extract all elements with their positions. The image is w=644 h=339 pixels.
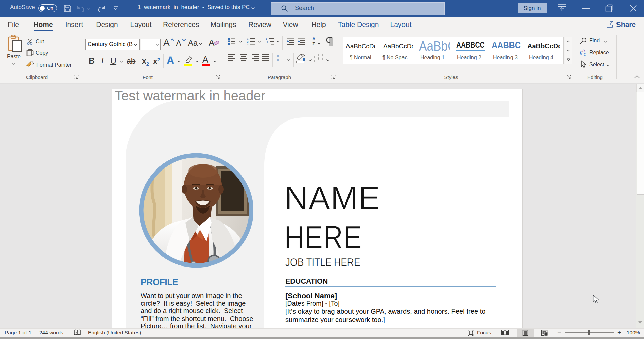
svg-text:3: 3 [247,43,249,46]
svg-text:A: A [312,36,316,41]
svg-text:Z: Z [312,41,315,46]
svg-text:c: c [584,52,586,56]
svg-text:i: i [268,43,268,46]
svg-text:1: 1 [247,37,249,40]
svg-text:1: 1 [266,37,267,40]
